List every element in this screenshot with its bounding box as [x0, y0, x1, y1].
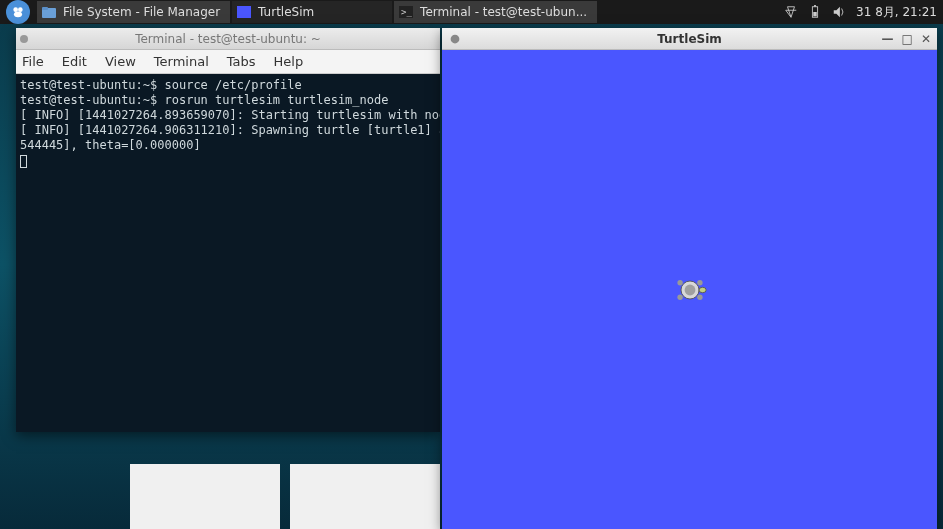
taskbar-item-label: TurtleSim: [258, 5, 314, 19]
svg-rect-4: [42, 7, 48, 10]
panel-left: File System - File Manager TurtleSim >_ …: [0, 0, 598, 24]
terminal-line: [ INFO] [1441027264.893659070]: Starting…: [20, 108, 440, 122]
top-panel: File System - File Manager TurtleSim >_ …: [0, 0, 943, 24]
taskbar-item-turtlesim[interactable]: TurtleSim: [232, 1, 392, 23]
panel-right: 31 8月, 21:21: [784, 4, 937, 21]
terminal-body[interactable]: test@test-ubuntu:~$ source /etc/profile …: [16, 74, 440, 432]
close-button[interactable]: ✕: [921, 32, 931, 46]
terminal-icon: >_: [398, 4, 414, 20]
dock-placeholder: [130, 464, 280, 529]
taskbar-item-label: Terminal - test@test-ubun...: [420, 5, 587, 19]
svg-point-0: [13, 7, 18, 12]
svg-point-11: [451, 34, 460, 43]
terminal-window: Terminal - test@test-ubuntu: ~ File Edit…: [16, 28, 440, 432]
svg-text:>_: >_: [401, 7, 412, 17]
terminal-cursor: [20, 155, 27, 168]
svg-point-13: [684, 284, 695, 295]
menu-terminal[interactable]: Terminal: [154, 54, 209, 69]
volume-icon[interactable]: [832, 5, 846, 19]
turtlesim-titlebar[interactable]: TurtleSim — □ ✕: [442, 28, 937, 50]
mouse-logo-icon: [11, 5, 25, 19]
menu-tabs[interactable]: Tabs: [227, 54, 256, 69]
svg-point-14: [677, 280, 682, 285]
turtlesim-canvas[interactable]: [442, 50, 937, 529]
terminal-titlebar[interactable]: Terminal - test@test-ubuntu: ~: [16, 28, 440, 50]
svg-rect-5: [237, 6, 251, 18]
app-icon: [236, 4, 252, 20]
minimize-button[interactable]: —: [882, 32, 894, 46]
svg-rect-10: [814, 5, 816, 7]
window-close-button[interactable]: [20, 35, 28, 43]
menu-help[interactable]: Help: [274, 54, 304, 69]
svg-point-18: [699, 287, 706, 292]
turtlesim-window: TurtleSim — □ ✕: [442, 28, 937, 529]
menu-edit[interactable]: Edit: [62, 54, 87, 69]
svg-rect-9: [813, 12, 817, 16]
terminal-line: test@test-ubuntu:~$ source /etc/profile: [20, 78, 302, 92]
terminal-line: test@test-ubuntu:~$ rosrun turtlesim tur…: [20, 93, 388, 107]
menu-file[interactable]: File: [22, 54, 44, 69]
window-buttons: [20, 35, 28, 43]
terminal-menubar: File Edit View Terminal Tabs Help: [16, 50, 440, 74]
battery-icon[interactable]: [808, 5, 822, 19]
svg-point-16: [677, 294, 682, 299]
terminal-line: [ INFO] [1441027264.906311210]: Spawning…: [20, 123, 440, 137]
svg-point-1: [18, 7, 23, 12]
svg-point-15: [697, 280, 702, 285]
clock-label[interactable]: 31 8月, 21:21: [856, 4, 937, 21]
window-controls: — □ ✕: [882, 32, 931, 46]
terminal-title: Terminal - test@test-ubuntu: ~: [135, 32, 321, 46]
turtle-sprite: [672, 272, 708, 308]
turtlesim-title: TurtleSim: [657, 32, 722, 46]
turtle-app-icon: [448, 32, 462, 46]
network-icon[interactable]: [784, 5, 798, 19]
folder-icon: [41, 4, 57, 20]
taskbar-item-terminal[interactable]: >_ Terminal - test@test-ubun...: [394, 1, 597, 23]
taskbar-item-label: File System - File Manager: [63, 5, 220, 19]
xfce-menu-button[interactable]: [6, 0, 30, 24]
svg-point-17: [697, 294, 702, 299]
taskbar-item-filemanager[interactable]: File System - File Manager: [37, 1, 230, 23]
dock-placeholder: [290, 464, 440, 529]
menu-view[interactable]: View: [105, 54, 136, 69]
maximize-button[interactable]: □: [902, 32, 913, 46]
terminal-line: 544445], theta=[0.000000]: [20, 138, 201, 152]
svg-point-2: [14, 11, 22, 17]
